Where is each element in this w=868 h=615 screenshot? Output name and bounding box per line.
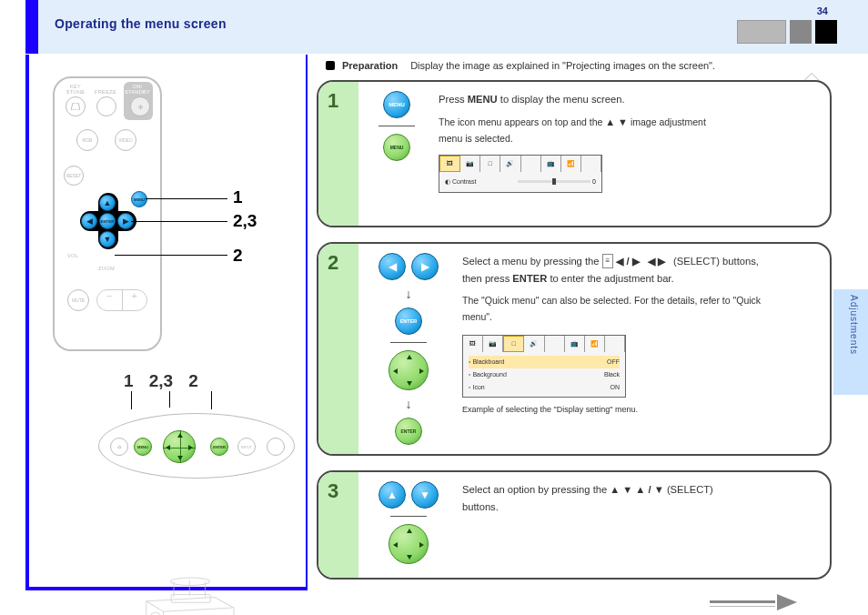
tri-up-icon: ▲ xyxy=(104,198,112,207)
ent: ENTER xyxy=(400,318,418,324)
panel-power-button: ⏻ xyxy=(110,438,128,456)
menu-button-green-icon: MENU xyxy=(383,134,410,161)
menu-label: MENU xyxy=(134,197,145,202)
m2t3: 🔊 xyxy=(524,336,544,352)
r2v: ON xyxy=(611,382,621,393)
panel-select-pad xyxy=(163,430,196,463)
left-arrow-icon: ◀ xyxy=(378,253,406,280)
s1a: Press xyxy=(439,94,468,105)
step3-text: Select an option by pressing the ▲ ▼ ▲ /… xyxy=(462,481,735,564)
menu-button-icon: MENU xyxy=(383,91,410,118)
on-standby-button: ⏻ xyxy=(130,96,150,116)
m2t4 xyxy=(545,336,565,352)
projector-illustration xyxy=(131,575,249,615)
leader-line-3 xyxy=(115,255,227,256)
tri-down-icon: ▼ xyxy=(104,235,112,244)
s2sub: The "Quick menu" can also be selected. F… xyxy=(462,293,772,326)
section-tab-label: Adjustments xyxy=(849,295,859,404)
d3: ▼ xyxy=(419,489,430,501)
s3d: ▼ xyxy=(622,484,632,495)
leader-menu: 1 xyxy=(233,187,243,207)
preparation-heading: Preparation xyxy=(342,60,398,71)
panel-enter-label: ENTER xyxy=(213,445,226,449)
u3: ▲ xyxy=(387,489,398,501)
panel-extra-button xyxy=(267,438,285,456)
s1sa: The icon menu appears on top and the xyxy=(439,116,605,127)
step3-buttons: ▲ ▼ xyxy=(378,481,439,564)
continued-arrow[interactable] xyxy=(710,597,797,608)
step1-text: Press MENU to display the menu screen. T… xyxy=(439,91,712,193)
svg-point-2 xyxy=(170,578,209,586)
m2t1: 📷 xyxy=(483,336,503,352)
enter-button-icon: ENTER xyxy=(395,308,422,335)
bullet-icon xyxy=(326,61,335,70)
panel-top-labels: 1 2,3 2 xyxy=(87,371,306,391)
preparation-row: Preparation Display the image as explain… xyxy=(326,60,832,71)
step1-menu-mock: 🖼 📷 □ 🔊 📺 📶 ◐ Contrast xyxy=(439,155,602,193)
dpad-down: ▼ xyxy=(99,231,116,247)
nav-back-button[interactable] xyxy=(790,20,812,44)
preparation-text: Display the image as explained in "Proje… xyxy=(410,60,715,71)
page-title: Operating the menu screen xyxy=(55,16,227,31)
r1v: Black xyxy=(604,369,620,380)
step2-menu-mock: 🖼 📷 □ 🔊 📺 📶 ▫ BlackboardOFF xyxy=(462,335,626,398)
right-column: Preparation Display the image as explain… xyxy=(317,60,832,594)
r2l: Icon xyxy=(472,384,484,390)
panel-menu-label: MENU xyxy=(137,445,148,449)
panel-lbl-2: 2,3 xyxy=(149,371,173,390)
right-arrow-icon: ▶ xyxy=(411,253,439,280)
step-3-box: 3 ▲ ▼ Select an opti xyxy=(317,470,832,580)
s3u: ▲ xyxy=(610,484,620,495)
keystone-button xyxy=(66,96,86,116)
menu-tab-3: 🔊 xyxy=(500,156,520,172)
leader-down: 2 xyxy=(233,246,243,266)
video-button: VIDEO xyxy=(115,129,136,151)
panel-lbl-1: 1 xyxy=(124,371,134,390)
contents-button[interactable] xyxy=(737,20,786,44)
power-icon: ⏻ xyxy=(138,104,143,109)
rgt: ▶ xyxy=(421,260,429,273)
s2a: Select a menu by pressing the xyxy=(462,256,602,267)
select-pad-green-icon xyxy=(389,350,429,390)
left-column: KEY STONE FREEZE ON/ STANDBY ⏻ RGB VIDEO… xyxy=(44,76,298,351)
step-2-number: 2 xyxy=(328,251,338,275)
panel-input-button: INPUT xyxy=(237,438,256,456)
freeze-label: FREEZE xyxy=(93,89,118,95)
menu-text: MENU xyxy=(389,102,405,107)
vol-label: VOL xyxy=(67,253,78,258)
select-pad-green-icon-2 xyxy=(389,524,429,564)
control-panel-diagram: 1 2,3 2 ⏻ MENU ENTER INPUT xyxy=(93,400,320,479)
menu-tab-6: 📶 xyxy=(561,156,581,172)
step-3-number: 3 xyxy=(328,479,338,503)
up-icon: ▲ xyxy=(605,116,615,127)
nav-next-button[interactable] xyxy=(815,20,837,44)
menu-tab-0: 🖼 xyxy=(439,156,460,172)
column-separator xyxy=(306,55,308,590)
video-label: VIDEO xyxy=(118,137,133,143)
s2-rgt: ▶ xyxy=(658,256,665,267)
down-icon: ▼ xyxy=(618,116,628,127)
menu-text-2: MENU xyxy=(390,145,404,150)
zoom-label: ZOOM xyxy=(98,266,115,271)
step2-buttons: ◀ ▶ ↓ ENTER ↓ ENTER xyxy=(378,253,439,445)
down-arrow-icon: ▼ xyxy=(411,481,439,509)
zoom-rocker: −+ xyxy=(96,289,147,311)
step-1-box: 1 MENU MENU Press MENU to display the me… xyxy=(317,80,832,227)
m2t7 xyxy=(605,336,625,352)
s3a: Select an option by pressing the xyxy=(462,484,610,495)
tri-left-icon: ◀ xyxy=(86,217,93,226)
accent-strip xyxy=(25,0,38,54)
panel-menu-button: MENU xyxy=(134,438,152,456)
menu-tab-7 xyxy=(581,156,601,172)
rgb-label: RGB xyxy=(83,137,93,143)
leader-line-2 xyxy=(131,221,227,222)
s1c: to display the menu screen. xyxy=(500,94,625,105)
s2ex: Example of selecting the "Display settin… xyxy=(462,403,772,417)
step1-buttons: MENU MENU xyxy=(378,91,415,193)
leader-enter: 2,3 xyxy=(233,211,257,231)
s2e: to enter the adjustment bar. xyxy=(550,273,673,284)
menu-tab-5: 📺 xyxy=(541,156,561,172)
ent2: ENTER xyxy=(401,428,417,434)
dpad-left: ◀ xyxy=(81,213,97,229)
menu-tab-1: 📷 xyxy=(460,156,480,172)
